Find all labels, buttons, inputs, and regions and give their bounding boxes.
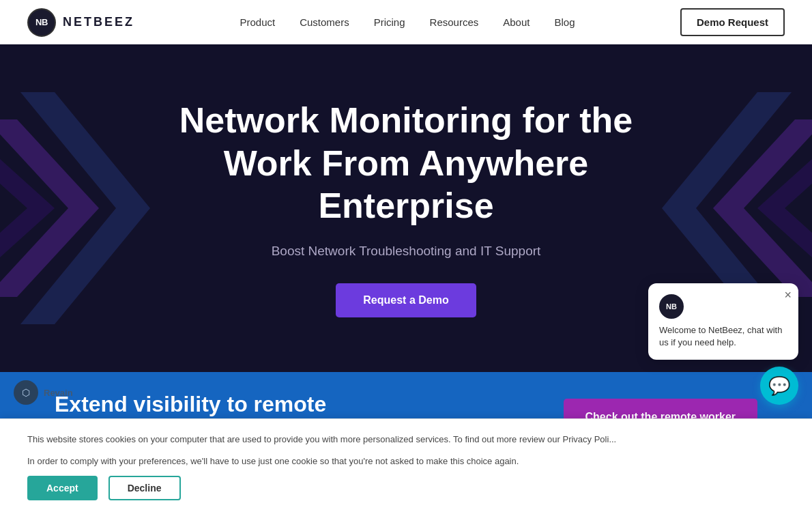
nav-item-resources[interactable]: Resources (430, 16, 479, 28)
revain-icon: ⬡ (14, 380, 38, 405)
svg-marker-1 (0, 119, 99, 297)
revain-area: ⬡ Revain (14, 380, 73, 405)
nav-item-about[interactable]: About (503, 16, 530, 28)
chat-close-button[interactable]: × (784, 289, 792, 301)
svg-marker-4 (713, 119, 812, 297)
navbar: NB NETBEEZ Product Customers Pricing Res… (0, 0, 812, 44)
cookie-banner: This website stores cookies on your comp… (0, 418, 812, 463)
hero-content: Network Monitoring for the Work From Any… (133, 99, 679, 317)
svg-marker-0 (20, 92, 150, 324)
chat-widget: × NB Welcome to NetBeez, chat with us if… (648, 283, 798, 405)
chat-avatar: NB (659, 294, 684, 319)
demo-request-button[interactable]: Demo Request (680, 8, 785, 36)
nav-item-customers[interactable]: Customers (300, 16, 349, 28)
nav-links: Product Customers Pricing Resources Abou… (240, 16, 575, 29)
svg-marker-5 (757, 147, 812, 270)
chat-popup: × NB Welcome to NetBeez, chat with us if… (648, 283, 798, 360)
chat-bubble-icon: 💬 (768, 375, 790, 397)
chat-popup-header: NB (659, 294, 787, 319)
cookie-text-1: This website stores cookies on your comp… (27, 433, 785, 446)
nav-item-blog[interactable]: Blog (554, 16, 575, 28)
svg-marker-2 (0, 147, 55, 270)
logo-link[interactable]: NB NETBEEZ (27, 8, 134, 37)
nav-item-product[interactable]: Product (240, 16, 275, 28)
cookie-text-2: In order to comply with your preferences… (27, 455, 785, 463)
chat-message: Welcome to NetBeez, chat with us if you … (659, 324, 787, 349)
nav-item-pricing[interactable]: Pricing (374, 16, 405, 28)
hero-title: Network Monitoring for the Work From Any… (147, 99, 665, 227)
logo-text: NETBEEZ (63, 15, 134, 29)
revain-label: Revain (44, 388, 73, 398)
hero-cta-button[interactable]: Request a Demo (336, 283, 476, 317)
logo-icon: NB (27, 8, 56, 37)
hero-subtitle: Boost Network Troubleshooting and IT Sup… (147, 244, 665, 259)
chat-bubble-button[interactable]: 💬 (760, 367, 798, 405)
